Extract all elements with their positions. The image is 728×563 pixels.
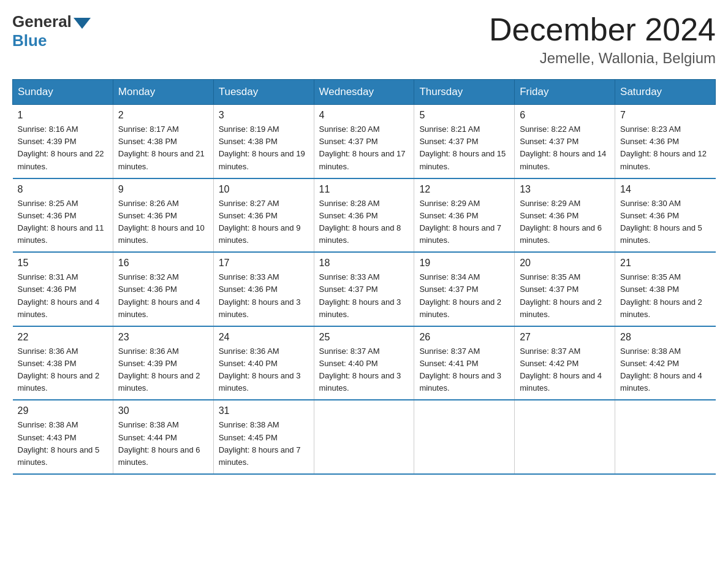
day-info: Sunrise: 8:26 AM Sunset: 4:36 PM Dayligh… [118,197,208,247]
day-number: 16 [118,258,208,269]
day-info: Sunrise: 8:19 AM Sunset: 4:38 PM Dayligh… [219,123,309,173]
day-info: Sunrise: 8:35 AM Sunset: 4:37 PM Dayligh… [520,271,610,321]
day-number: 31 [219,405,309,416]
day-info: Sunrise: 8:33 AM Sunset: 4:37 PM Dayligh… [319,271,409,321]
day-info: Sunrise: 8:17 AM Sunset: 4:38 PM Dayligh… [118,123,208,173]
day-number: 15 [18,258,108,269]
day-number: 4 [319,110,409,121]
calendar-cell: 15 Sunrise: 8:31 AM Sunset: 4:36 PM Dayl… [13,252,113,326]
calendar-body: 1 Sunrise: 8:16 AM Sunset: 4:39 PM Dayli… [13,105,716,474]
day-number: 22 [18,332,108,343]
calendar-cell: 21 Sunrise: 8:35 AM Sunset: 4:38 PM Dayl… [615,252,716,326]
day-info: Sunrise: 8:33 AM Sunset: 4:36 PM Dayligh… [219,271,309,321]
day-info: Sunrise: 8:30 AM Sunset: 4:36 PM Dayligh… [620,197,710,247]
day-info: Sunrise: 8:36 AM Sunset: 4:39 PM Dayligh… [118,345,208,395]
day-info: Sunrise: 8:34 AM Sunset: 4:37 PM Dayligh… [419,271,509,321]
calendar-cell: 26 Sunrise: 8:37 AM Sunset: 4:41 PM Dayl… [414,326,515,400]
calendar-cell: 11 Sunrise: 8:28 AM Sunset: 4:36 PM Dayl… [314,178,414,253]
header-sunday: Sunday [13,80,113,105]
calendar-cell: 18 Sunrise: 8:33 AM Sunset: 4:37 PM Dayl… [314,252,414,326]
calendar-cell: 27 Sunrise: 8:37 AM Sunset: 4:42 PM Dayl… [515,326,615,400]
calendar-week-4: 22 Sunrise: 8:36 AM Sunset: 4:38 PM Dayl… [13,326,716,400]
day-info: Sunrise: 8:38 AM Sunset: 4:43 PM Dayligh… [18,419,108,469]
day-number: 25 [319,332,409,343]
calendar-week-5: 29 Sunrise: 8:38 AM Sunset: 4:43 PM Dayl… [13,400,716,474]
logo-general-label: General [12,12,72,31]
day-info: Sunrise: 8:37 AM Sunset: 4:40 PM Dayligh… [319,345,409,395]
calendar-cell: 20 Sunrise: 8:35 AM Sunset: 4:37 PM Dayl… [515,252,615,326]
day-info: Sunrise: 8:38 AM Sunset: 4:44 PM Dayligh… [118,419,208,469]
calendar-cell: 23 Sunrise: 8:36 AM Sunset: 4:39 PM Dayl… [113,326,213,400]
calendar-cell: 5 Sunrise: 8:21 AM Sunset: 4:37 PM Dayli… [414,105,515,178]
day-number: 13 [520,184,610,195]
calendar-cell: 28 Sunrise: 8:38 AM Sunset: 4:42 PM Dayl… [615,326,716,400]
calendar-cell: 30 Sunrise: 8:38 AM Sunset: 4:44 PM Dayl… [113,400,213,474]
calendar-cell: 13 Sunrise: 8:29 AM Sunset: 4:36 PM Dayl… [515,178,615,253]
day-info: Sunrise: 8:25 AM Sunset: 4:36 PM Dayligh… [18,197,108,247]
logo-blue-text: Blue [12,31,47,50]
day-number: 28 [620,332,710,343]
day-info: Sunrise: 8:27 AM Sunset: 4:36 PM Dayligh… [219,197,309,247]
day-info: Sunrise: 8:38 AM Sunset: 4:42 PM Dayligh… [620,345,710,395]
calendar-table: Sunday Monday Tuesday Wednesday Thursday… [12,79,716,475]
day-info: Sunrise: 8:37 AM Sunset: 4:41 PM Dayligh… [419,345,509,395]
day-number: 27 [520,332,610,343]
calendar-cell: 8 Sunrise: 8:25 AM Sunset: 4:36 PM Dayli… [13,178,113,253]
day-info: Sunrise: 8:31 AM Sunset: 4:36 PM Dayligh… [18,271,108,321]
logo-general-text: General [12,12,91,31]
day-number: 17 [219,258,309,269]
day-info: Sunrise: 8:37 AM Sunset: 4:42 PM Dayligh… [520,345,610,395]
header-tuesday: Tuesday [213,80,314,105]
calendar-cell: 10 Sunrise: 8:27 AM Sunset: 4:36 PM Dayl… [213,178,314,253]
logo-arrow-icon [74,18,91,29]
calendar-week-3: 15 Sunrise: 8:31 AM Sunset: 4:36 PM Dayl… [13,252,716,326]
header-saturday: Saturday [615,80,716,105]
calendar-cell: 4 Sunrise: 8:20 AM Sunset: 4:37 PM Dayli… [314,105,414,178]
day-number: 8 [18,184,108,195]
day-info: Sunrise: 8:23 AM Sunset: 4:36 PM Dayligh… [620,123,710,173]
day-number: 29 [18,405,108,416]
calendar-cell: 14 Sunrise: 8:30 AM Sunset: 4:36 PM Dayl… [615,178,716,253]
calendar-cell: 24 Sunrise: 8:36 AM Sunset: 4:40 PM Dayl… [213,326,314,400]
calendar-cell [414,400,515,474]
header-row: Sunday Monday Tuesday Wednesday Thursday… [13,80,716,105]
day-number: 5 [419,110,509,121]
calendar-cell: 25 Sunrise: 8:37 AM Sunset: 4:40 PM Dayl… [314,326,414,400]
day-info: Sunrise: 8:28 AM Sunset: 4:36 PM Dayligh… [319,197,409,247]
day-number: 19 [419,258,509,269]
calendar-cell: 1 Sunrise: 8:16 AM Sunset: 4:39 PM Dayli… [13,105,113,178]
calendar-cell: 12 Sunrise: 8:29 AM Sunset: 4:36 PM Dayl… [414,178,515,253]
calendar-cell: 7 Sunrise: 8:23 AM Sunset: 4:36 PM Dayli… [615,105,716,178]
day-number: 10 [219,184,309,195]
day-number: 6 [520,110,610,121]
calendar-cell: 9 Sunrise: 8:26 AM Sunset: 4:36 PM Dayli… [113,178,213,253]
day-number: 26 [419,332,509,343]
day-info: Sunrise: 8:29 AM Sunset: 4:36 PM Dayligh… [520,197,610,247]
calendar-cell [515,400,615,474]
day-number: 18 [319,258,409,269]
calendar-cell [615,400,716,474]
day-info: Sunrise: 8:29 AM Sunset: 4:36 PM Dayligh… [419,197,509,247]
calendar-week-2: 8 Sunrise: 8:25 AM Sunset: 4:36 PM Dayli… [13,178,716,253]
day-info: Sunrise: 8:32 AM Sunset: 4:36 PM Dayligh… [118,271,208,321]
calendar-week-1: 1 Sunrise: 8:16 AM Sunset: 4:39 PM Dayli… [13,105,716,178]
day-number: 7 [620,110,710,121]
calendar-cell: 2 Sunrise: 8:17 AM Sunset: 4:38 PM Dayli… [113,105,213,178]
location-title: Jemelle, Wallonia, Belgium [489,50,716,67]
calendar-cell: 6 Sunrise: 8:22 AM Sunset: 4:37 PM Dayli… [515,105,615,178]
day-info: Sunrise: 8:35 AM Sunset: 4:38 PM Dayligh… [620,271,710,321]
day-info: Sunrise: 8:38 AM Sunset: 4:45 PM Dayligh… [219,419,309,469]
calendar-header: Sunday Monday Tuesday Wednesday Thursday… [13,80,716,105]
calendar-cell: 22 Sunrise: 8:36 AM Sunset: 4:38 PM Dayl… [13,326,113,400]
header-thursday: Thursday [414,80,515,105]
calendar-cell: 16 Sunrise: 8:32 AM Sunset: 4:36 PM Dayl… [113,252,213,326]
logo: General Blue [12,12,91,50]
calendar-cell [314,400,414,474]
calendar-cell: 17 Sunrise: 8:33 AM Sunset: 4:36 PM Dayl… [213,252,314,326]
calendar-cell: 3 Sunrise: 8:19 AM Sunset: 4:38 PM Dayli… [213,105,314,178]
day-number: 3 [219,110,309,121]
day-info: Sunrise: 8:36 AM Sunset: 4:40 PM Dayligh… [219,345,309,395]
header-monday: Monday [113,80,213,105]
calendar-cell: 19 Sunrise: 8:34 AM Sunset: 4:37 PM Dayl… [414,252,515,326]
day-number: 30 [118,405,208,416]
